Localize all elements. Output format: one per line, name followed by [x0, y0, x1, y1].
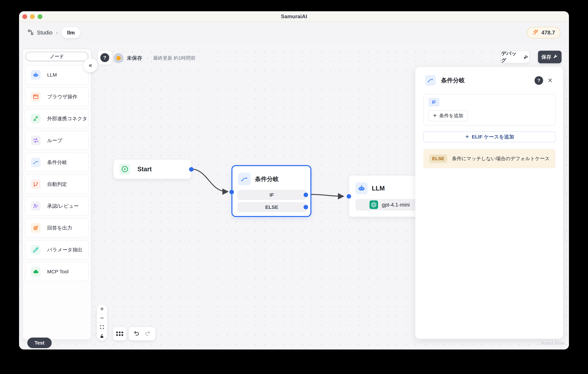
- sidebar-item-label: 自動判定: [47, 181, 67, 188]
- save-status-label: 未保存: [127, 55, 142, 62]
- add-elif-label: ELIF ケースを追加: [472, 133, 514, 140]
- start-output-handle[interactable]: [189, 167, 193, 171]
- sidebar-item-approval-review[interactable]: 承認/レビュー: [25, 196, 89, 216]
- minimize-window-button[interactable]: [30, 14, 35, 19]
- llm-node-header: LLM: [356, 182, 385, 194]
- branch-node-title: 条件分岐: [255, 175, 279, 183]
- sidebar-tabbar: ノード: [25, 51, 89, 62]
- last-updated-label: 最終更新 約1時間前: [153, 55, 196, 62]
- add-condition-label: 条件を追加: [439, 112, 463, 119]
- branch-row-else[interactable]: ELSE: [237, 202, 306, 212]
- sidebar-item-auto-judge[interactable]: 自動判定: [25, 175, 89, 194]
- sidebar-item-label: ループ: [47, 137, 62, 144]
- credits-value: 478.7: [541, 30, 555, 36]
- sidebar-item-label: パラメータ抽出: [47, 246, 83, 253]
- plus-icon: [432, 113, 437, 118]
- zoom-in-button[interactable]: [97, 304, 107, 313]
- breadcrumb: Studio › llm: [28, 27, 80, 38]
- branch-else-output-handle[interactable]: [304, 205, 308, 209]
- branch-node-header: 条件分岐: [238, 173, 279, 185]
- add-condition-button[interactable]: 条件を追加: [428, 110, 468, 121]
- branch-input-handle[interactable]: [230, 190, 234, 194]
- redo-button[interactable]: [144, 330, 151, 337]
- plug-icon: [31, 114, 41, 123]
- help-icon: ?: [100, 53, 109, 62]
- plus-icon: [465, 134, 470, 140]
- target-icon: [31, 223, 41, 233]
- workflow-icon: [28, 29, 34, 36]
- panel-help-button[interactable]: ?: [535, 76, 543, 85]
- robot-icon: [356, 182, 368, 194]
- sidebar-item-label: MCP Tool: [47, 269, 69, 275]
- save-button[interactable]: 保存: [538, 51, 562, 63]
- if-badge: IF: [429, 98, 439, 107]
- sidebar-item-llm[interactable]: LLM: [25, 65, 89, 85]
- llm-node-title: LLM: [372, 185, 385, 192]
- sidebar-item-parameter-extract[interactable]: パラメータ抽出: [25, 240, 89, 259]
- llm-model-row[interactable]: gpt-4.1-mini: [356, 199, 425, 211]
- help-button[interactable]: ?: [98, 51, 112, 64]
- loop-icon: [31, 136, 41, 145]
- panel-title: 条件分岐: [441, 76, 465, 85]
- node-sidebar: ノード LLM: [22, 49, 91, 340]
- panel-header: 条件分岐 ? ✕: [415, 67, 563, 94]
- branch-node[interactable]: 条件分岐 IF ELSE: [231, 165, 311, 217]
- pen-icon: [31, 245, 41, 255]
- add-elif-button[interactable]: ELIF ケースを追加: [423, 131, 556, 142]
- sparkles-icon: [532, 29, 539, 36]
- traffic-lights: [22, 11, 42, 22]
- else-badge: ELSE: [429, 154, 447, 163]
- edge-start-to-branch[interactable]: [190, 169, 227, 192]
- lock-button[interactable]: [97, 331, 107, 341]
- sidebar-item-label: 外部連携コネクタ: [47, 115, 87, 122]
- branch-icon: [425, 75, 436, 86]
- zoom-controls: [97, 304, 107, 341]
- branch-icon: [238, 173, 251, 185]
- zoom-out-button[interactable]: [97, 313, 107, 322]
- else-description: 条件にマッチしない場合のデフォルトケース: [452, 155, 550, 162]
- branch-icon: [31, 158, 41, 167]
- sidebar-item-mcp-tool[interactable]: MCP Tool: [25, 262, 89, 281]
- else-case-row: ELSE 条件にマッチしない場合のデフォルトケース: [423, 149, 556, 168]
- branch-row-if[interactable]: IF: [237, 190, 306, 200]
- git-branch-icon: [31, 179, 41, 189]
- if-case-card: IF 条件を追加: [423, 94, 556, 126]
- app-window: SamuraiAI Studio › llm: [19, 11, 569, 350]
- titlebar: SamuraiAI: [19, 11, 569, 22]
- undo-button[interactable]: [133, 330, 140, 337]
- credits-badge[interactable]: 478.7: [527, 27, 560, 38]
- close-icon[interactable]: ✕: [546, 76, 554, 85]
- status-separator: ・: [146, 55, 150, 61]
- browser-icon: [31, 92, 41, 102]
- zoom-window-button[interactable]: [38, 14, 42, 19]
- openai-icon: [369, 200, 378, 209]
- breadcrumb-current-workflow[interactable]: llm: [62, 27, 80, 38]
- edge-branch-if-to-llm[interactable]: [311, 194, 343, 196]
- sidebar-collapse-button[interactable]: «: [84, 58, 97, 72]
- sidebar-item-label: LLM: [47, 72, 57, 78]
- sidebar-item-output-answer[interactable]: 回答を出力: [25, 218, 89, 237]
- test-badge: Test: [27, 338, 52, 348]
- llm-input-handle[interactable]: [347, 194, 351, 199]
- sidebar-item-branch[interactable]: 条件分岐: [25, 153, 89, 172]
- history-controls: [129, 327, 155, 340]
- start-node[interactable]: Start: [113, 159, 191, 179]
- tab-nodes[interactable]: ノード: [26, 53, 88, 60]
- flow-canvas[interactable]: ? 未保存 ・ 最終更新 約1時間前 デバッグ 保存: [19, 43, 569, 350]
- sidebar-item-label: 条件分岐: [47, 159, 67, 166]
- grid-layout-button[interactable]: [113, 327, 126, 340]
- sidebar-item-browser[interactable]: ブラウザ操作: [25, 87, 89, 106]
- close-window-button[interactable]: [22, 14, 27, 19]
- window-title: SamuraiAI: [281, 13, 307, 20]
- branch-if-output-handle[interactable]: [304, 193, 308, 197]
- sidebar-item-loop[interactable]: ループ: [25, 131, 89, 150]
- fit-view-button[interactable]: [97, 322, 107, 331]
- debug-button[interactable]: デバッグ: [501, 51, 529, 63]
- header-bar: Studio › llm 478.7: [19, 22, 569, 43]
- sidebar-item-label: 回答を出力: [47, 224, 72, 231]
- sidebar-item-connector[interactable]: 外部連携コネクタ: [25, 109, 89, 128]
- debug-button-label: デバッグ: [501, 50, 521, 64]
- grid-dots-icon: [116, 331, 123, 336]
- wrench-icon: [553, 54, 558, 60]
- breadcrumb-studio[interactable]: Studio: [37, 30, 52, 36]
